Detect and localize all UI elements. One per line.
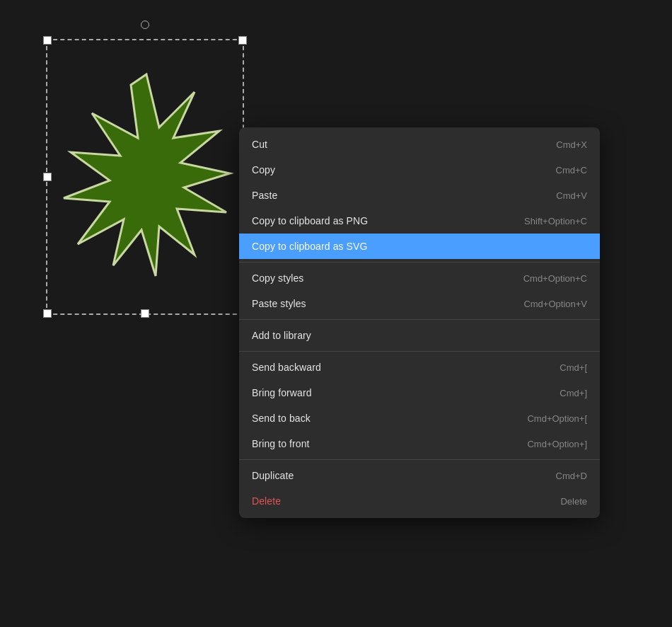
menu-label-bring-front: Bring to front: [252, 438, 310, 449]
menu-shortcut-send-back: Cmd+Option+[: [527, 413, 587, 424]
menu-shortcut-bring-front: Cmd+Option+]: [527, 439, 587, 449]
menu-shortcut-send-backward: Cmd+[: [560, 362, 587, 373]
menu-label-paste-styles: Paste styles: [252, 298, 306, 309]
menu-shortcut-delete: Delete: [560, 496, 587, 507]
rotate-handle[interactable]: [141, 21, 149, 29]
menu-label-cut: Cut: [252, 139, 267, 150]
menu-label-paste: Paste: [252, 190, 277, 201]
menu-item-delete[interactable]: DeleteDelete: [239, 488, 600, 514]
menu-item-paste[interactable]: PasteCmd+V: [239, 183, 600, 208]
handle-bottom-left[interactable]: [43, 309, 52, 318]
menu-item-copy[interactable]: CopyCmd+C: [239, 157, 600, 183]
handle-top-right[interactable]: [238, 36, 247, 45]
menu-item-copy-svg[interactable]: Copy to clipboard as SVG: [239, 234, 600, 259]
menu-item-duplicate[interactable]: DuplicateCmd+D: [239, 463, 600, 488]
menu-item-bring-front[interactable]: Bring to frontCmd+Option+]: [239, 431, 600, 456]
menu-separator-1: [239, 262, 600, 263]
menu-shortcut-paste: Cmd+V: [556, 190, 587, 201]
menu-item-copy-png[interactable]: Copy to clipboard as PNGShift+Option+C: [239, 208, 600, 234]
menu-item-send-backward[interactable]: Send backwardCmd+[: [239, 355, 600, 380]
menu-separator-4: [239, 459, 600, 460]
canvas: CutCmd+XCopyCmd+CPasteCmd+VCopy to clipb…: [0, 0, 672, 627]
menu-shortcut-paste-styles: Cmd+Option+V: [523, 299, 587, 309]
menu-item-copy-styles[interactable]: Copy stylesCmd+Option+C: [239, 265, 600, 291]
menu-item-add-library[interactable]: Add to library: [239, 323, 600, 348]
menu-separator-3: [239, 351, 600, 352]
menu-shortcut-bring-forward: Cmd+]: [560, 388, 587, 398]
menu-shortcut-duplicate: Cmd+D: [556, 471, 587, 481]
menu-label-copy: Copy: [252, 164, 275, 176]
menu-label-copy-svg: Copy to clipboard as SVG: [252, 241, 367, 252]
menu-item-send-back[interactable]: Send to backCmd+Option+[: [239, 405, 600, 431]
menu-shortcut-cut: Cmd+X: [556, 139, 587, 150]
handle-top-left[interactable]: [43, 36, 52, 45]
menu-label-send-backward: Send backward: [252, 362, 321, 373]
star-shape: [57, 50, 237, 304]
menu-label-copy-png: Copy to clipboard as PNG: [252, 215, 368, 226]
handle-middle-left[interactable]: [43, 173, 52, 181]
menu-label-delete: Delete: [252, 495, 281, 507]
handle-bottom-middle[interactable]: [141, 309, 149, 318]
menu-item-cut[interactable]: CutCmd+X: [239, 132, 600, 157]
menu-separator-2: [239, 319, 600, 320]
menu-item-paste-styles[interactable]: Paste stylesCmd+Option+V: [239, 291, 600, 316]
menu-shortcut-copy: Cmd+C: [556, 165, 587, 176]
menu-label-send-back: Send to back: [252, 413, 311, 424]
svg-marker-0: [64, 74, 230, 276]
context-menu: CutCmd+XCopyCmd+CPasteCmd+VCopy to clipb…: [239, 127, 600, 518]
menu-label-copy-styles: Copy styles: [252, 272, 303, 284]
menu-label-add-library: Add to library: [252, 330, 311, 341]
menu-shortcut-copy-styles: Cmd+Option+C: [523, 273, 587, 284]
menu-label-bring-forward: Bring forward: [252, 387, 312, 398]
menu-shortcut-copy-png: Shift+Option+C: [524, 216, 587, 226]
menu-item-bring-forward[interactable]: Bring forwardCmd+]: [239, 380, 600, 405]
menu-label-duplicate: Duplicate: [252, 470, 294, 481]
